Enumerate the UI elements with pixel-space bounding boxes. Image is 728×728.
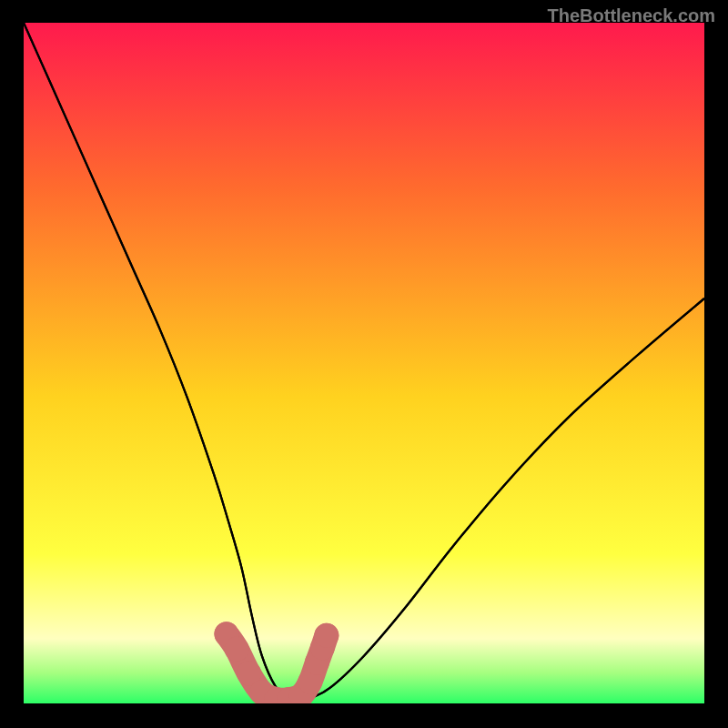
watermark-text: TheBottleneck.com xyxy=(548,5,715,26)
curve-layer xyxy=(24,23,704,703)
bottleneck-curve xyxy=(24,23,704,701)
chart-root: TheBottleneck.com xyxy=(0,0,728,728)
optimal-band-node xyxy=(314,623,339,648)
optimal-band-node xyxy=(225,637,249,662)
bottleneck-curve xyxy=(24,23,704,701)
plot-area xyxy=(24,23,704,703)
